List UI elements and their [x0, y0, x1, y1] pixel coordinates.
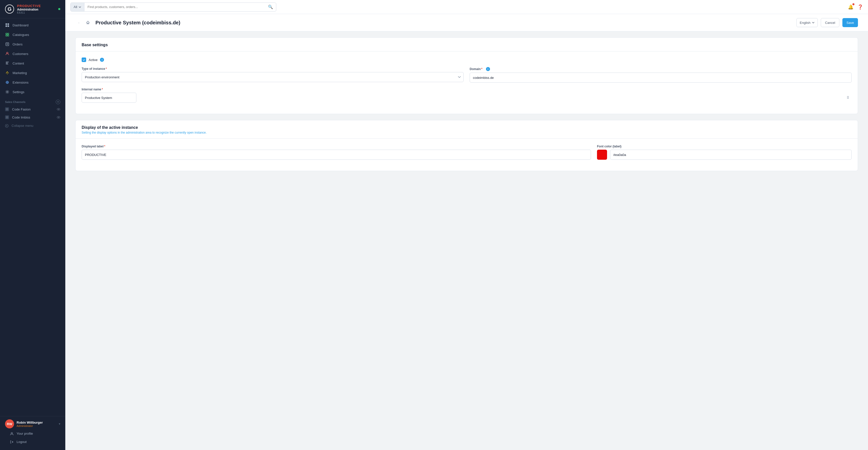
color-value-input[interactable] — [610, 150, 852, 160]
add-sales-channel-button[interactable]: + — [56, 100, 60, 104]
sidebar-item-dashboard[interactable]: Dashboard — [0, 20, 65, 30]
channel-label: Code Fasion — [12, 107, 31, 111]
logout-link[interactable]: Logout — [5, 438, 60, 446]
domain-label: Domain* — [470, 67, 483, 71]
back-button[interactable]: ‹ — [75, 19, 82, 26]
page-header: ‹ Productive System (codeimbiss.de) Engl… — [65, 14, 868, 31]
app-subtitle: Administration — [17, 8, 41, 11]
font-color-group: Font color (label) — [597, 144, 852, 160]
main-content: All 🔍 🔔 ❓ ‹ — [65, 0, 868, 450]
base-settings-card: Base settings Active i — [75, 37, 858, 114]
sidebar-item-marketing[interactable]: Marketing — [0, 68, 65, 77]
customers-icon — [5, 52, 9, 56]
main-nav: Dashboard Catalogues Orders — [0, 18, 65, 416]
sidebar-item-label: Dashboard — [12, 23, 29, 27]
search-filter-button[interactable]: All — [70, 3, 84, 11]
internal-name-input[interactable] — [82, 93, 136, 103]
user-menu-toggle[interactable]: RW Robin Willburger Administrator ▾ — [5, 419, 60, 428]
collapse-menu-button[interactable]: Collapse menu — [0, 121, 65, 130]
base-settings-header: Base settings — [75, 38, 858, 52]
user-avatar: RW — [5, 419, 14, 428]
search-filter-label: All — [73, 5, 77, 9]
sidebar-item-label: Orders — [12, 42, 23, 46]
user-actions: Your profile Logout — [5, 428, 60, 447]
active-checkbox[interactable] — [82, 58, 86, 62]
display-settings-title: Display of the active instance — [82, 125, 138, 130]
svg-rect-13 — [6, 63, 8, 63]
sidebar-item-customers[interactable]: Customers — [0, 49, 65, 59]
internal-name-input-wrapper: ⠿ — [82, 93, 852, 103]
sidebar-item-settings[interactable]: Settings — [0, 87, 65, 97]
type-of-instance-label: Type of instance* — [82, 67, 464, 70]
eye-icon[interactable] — [57, 107, 60, 111]
page-title: Productive System (codeimbiss.de) — [95, 20, 793, 26]
language-selector[interactable]: English — [797, 18, 818, 27]
sidebar-item-code-fasion[interactable]: Code Fasion — [0, 105, 65, 113]
type-of-instance-select[interactable]: Production environmentStaging environmen… — [82, 72, 464, 82]
internal-name-label: Internal name* — [82, 88, 852, 91]
topbar-actions: 🔔 ❓ — [848, 4, 863, 10]
active-row: Active i — [82, 58, 852, 62]
domain-label-row: Domain* i — [470, 67, 852, 71]
active-info-icon[interactable]: i — [100, 58, 104, 62]
page-header-actions: English Cancel Save — [797, 18, 858, 27]
domain-group: Domain* i — [470, 67, 852, 83]
svg-rect-3 — [7, 25, 9, 27]
search-input[interactable] — [84, 5, 265, 9]
type-of-instance-group: Type of instance* Production environment… — [82, 67, 464, 83]
svg-rect-5 — [7, 33, 9, 34]
domain-info-icon[interactable]: i — [486, 67, 490, 71]
app-logo-icon: G — [5, 4, 14, 13]
sidebar-item-catalogues[interactable]: Catalogues — [0, 30, 65, 39]
your-profile-link[interactable]: Your profile — [5, 429, 60, 438]
sales-channels-label: Sales Channels + — [0, 97, 65, 105]
svg-rect-6 — [6, 35, 7, 36]
svg-rect-12 — [6, 62, 9, 62]
font-color-label: Font color (label) — [597, 144, 852, 148]
user-name: Robin Willburger — [17, 421, 56, 424]
domain-input[interactable] — [470, 72, 852, 83]
sidebar-item-content[interactable]: Content — [0, 59, 65, 68]
channel-label: Code Imbiss — [12, 116, 30, 119]
svg-point-19 — [7, 91, 8, 93]
svg-point-11 — [6, 52, 8, 54]
notifications-icon[interactable]: 🔔 — [848, 4, 854, 10]
search-wrapper: All 🔍 — [70, 2, 276, 11]
sidebar-item-label: Settings — [12, 90, 24, 94]
svg-rect-2 — [5, 25, 7, 27]
save-button[interactable]: Save — [842, 18, 858, 27]
eye-icon[interactable] — [57, 116, 60, 119]
display-label-color-row: Displayed label* Font color (label) — [82, 144, 852, 160]
sidebar-item-code-imbiss[interactable]: Code Imbiss — [0, 113, 65, 121]
home-button[interactable] — [84, 19, 91, 26]
help-icon[interactable]: ❓ — [858, 4, 863, 10]
chevron-down-icon: ▾ — [59, 422, 60, 426]
content-icon — [5, 61, 9, 66]
nav-arrows: ‹ — [75, 19, 91, 26]
sidebar-item-label: Customers — [12, 52, 28, 56]
svg-rect-20 — [6, 108, 8, 110]
color-picker-row — [597, 150, 852, 160]
displayed-label-label: Displayed label* — [82, 144, 591, 148]
sidebar-item-orders[interactable]: Orders — [0, 39, 65, 49]
base-settings-body: Active i Type of instance* Production en… — [75, 52, 858, 114]
page-content: ‹ Productive System (codeimbiss.de) Engl… — [65, 14, 868, 450]
input-handle-icon: ⠿ — [847, 96, 849, 100]
color-swatch[interactable] — [597, 150, 607, 160]
sidebar-item-label: Marketing — [12, 71, 27, 75]
displayed-label-input[interactable] — [82, 150, 591, 160]
cancel-button[interactable]: Cancel — [821, 18, 839, 27]
svg-rect-14 — [6, 64, 8, 64]
search-button[interactable]: 🔍 — [265, 3, 276, 11]
channel-icon — [5, 107, 9, 111]
svg-point-27 — [11, 432, 12, 434]
channel-icon — [5, 115, 9, 119]
content-area: Base settings Active i — [65, 31, 868, 177]
orders-icon — [5, 42, 9, 46]
sidebar-item-extensions[interactable]: Extensions — [0, 77, 65, 87]
internal-name-row: Internal name* ⠿ — [82, 88, 852, 103]
svg-point-22 — [58, 109, 59, 110]
svg-rect-4 — [6, 33, 7, 34]
sidebar-item-label: Content — [12, 62, 24, 65]
user-details: Robin Willburger Administrator — [17, 421, 56, 427]
